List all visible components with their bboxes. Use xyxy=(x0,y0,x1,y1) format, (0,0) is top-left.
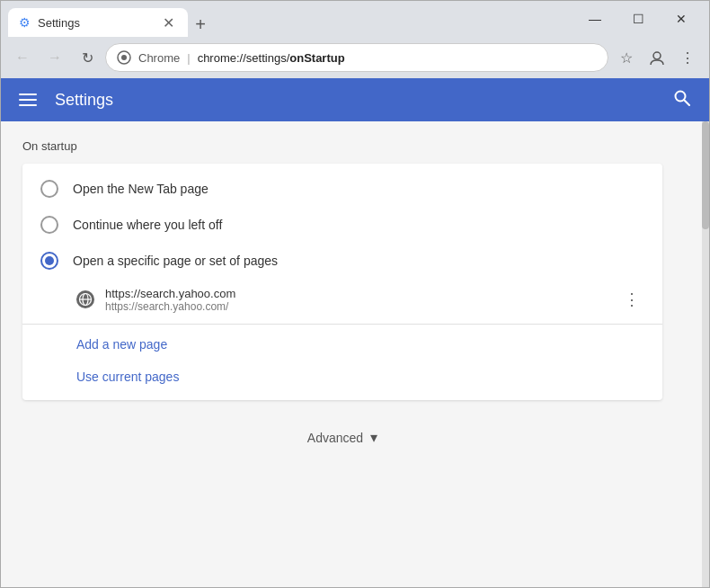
option-new-tab[interactable]: Open the New Tab page xyxy=(22,171,662,207)
hamburger-line-1 xyxy=(19,94,37,95)
tab-label: Settings xyxy=(38,16,80,30)
main-content-area: On startup Open the New Tab page Continu… xyxy=(1,121,709,587)
maximize-button[interactable]: ☐ xyxy=(617,5,659,32)
use-current-pages-button[interactable]: Use current pages xyxy=(22,361,662,393)
active-tab[interactable]: ⚙ Settings ✕ xyxy=(8,8,188,37)
new-tab-button[interactable]: + xyxy=(188,12,213,37)
scrollbar-thumb[interactable] xyxy=(702,121,709,229)
svg-line-4 xyxy=(684,100,689,105)
reload-button[interactable]: ↻ xyxy=(73,43,102,72)
entry-url-sub: https://search.yahoo.com/ xyxy=(105,300,609,313)
profile-button[interactable] xyxy=(643,43,671,72)
nav-right-icons: ☆ ⋮ xyxy=(612,43,702,72)
tab-close-button[interactable]: ✕ xyxy=(159,13,177,31)
settings-search-button[interactable] xyxy=(670,85,695,115)
address-separator: | xyxy=(187,51,190,65)
address-bar[interactable]: Chrome | chrome://settings/onStartup xyxy=(105,43,608,72)
title-bar: ⚙ Settings ✕ + — ☐ ✕ xyxy=(1,1,709,37)
svg-point-1 xyxy=(121,55,127,60)
address-provider-label: Chrome xyxy=(138,51,180,65)
option-continue-label: Continue where you left off xyxy=(73,218,222,232)
radio-new-tab[interactable] xyxy=(40,180,58,198)
radio-continue[interactable] xyxy=(40,216,58,234)
option-specific-label: Open a specific page or set of pages xyxy=(73,254,278,268)
radio-specific[interactable] xyxy=(40,252,58,270)
scrollbar-track[interactable] xyxy=(702,121,709,587)
address-url-highlight: onStartup xyxy=(289,51,344,65)
minimize-button[interactable]: — xyxy=(574,5,616,32)
startup-page-entry: https://search.yahoo.com https://search.… xyxy=(22,279,662,320)
tab-favicon: ⚙ xyxy=(19,15,31,30)
advanced-label: Advanced xyxy=(307,431,363,445)
option-specific[interactable]: Open a specific page or set of pages xyxy=(22,243,662,279)
hamburger-line-3 xyxy=(19,104,37,106)
entry-globe-icon xyxy=(76,290,94,308)
startup-options-card: Open the New Tab page Continue where you… xyxy=(22,164,662,400)
address-url-text: chrome://settings/onStartup xyxy=(198,51,597,65)
advanced-arrow-icon: ▾ xyxy=(370,429,377,446)
settings-header-title: Settings xyxy=(55,91,113,110)
svg-point-2 xyxy=(653,52,661,59)
option-new-tab-label: Open the New Tab page xyxy=(73,182,209,196)
card-divider xyxy=(22,324,662,325)
forward-button[interactable]: → xyxy=(40,43,69,72)
hamburger-menu-button[interactable] xyxy=(15,90,40,110)
settings-header-left: Settings xyxy=(15,90,113,110)
settings-header: Settings xyxy=(1,78,709,121)
nav-bar: ← → ↻ Chrome | chrome://settings/onStart… xyxy=(1,37,709,78)
hamburger-line-2 xyxy=(19,99,37,101)
browser-window: ⚙ Settings ✕ + — ☐ ✕ ← → ↻ Chrome | xyxy=(0,0,710,588)
advanced-section[interactable]: Advanced ▾ xyxy=(22,414,662,460)
entry-url-main: https://search.yahoo.com xyxy=(105,287,609,300)
entry-more-button[interactable]: ⋮ xyxy=(620,286,644,313)
close-button[interactable]: ✕ xyxy=(661,5,702,32)
option-continue[interactable]: Continue where you left off xyxy=(22,207,662,243)
add-new-page-button[interactable]: Add a new page xyxy=(22,328,662,361)
bookmark-button[interactable]: ☆ xyxy=(612,43,641,72)
window-controls: — ☐ ✕ xyxy=(574,5,702,32)
entry-text: https://search.yahoo.com https://search.… xyxy=(105,287,609,313)
back-button[interactable]: ← xyxy=(8,43,37,72)
section-title: On startup xyxy=(22,139,662,153)
address-favicon-icon xyxy=(117,50,131,65)
content-area: On startup Open the New Tab page Continu… xyxy=(1,121,684,478)
tab-area: ⚙ Settings ✕ + xyxy=(8,1,213,37)
menu-button[interactable]: ⋮ xyxy=(673,43,702,72)
